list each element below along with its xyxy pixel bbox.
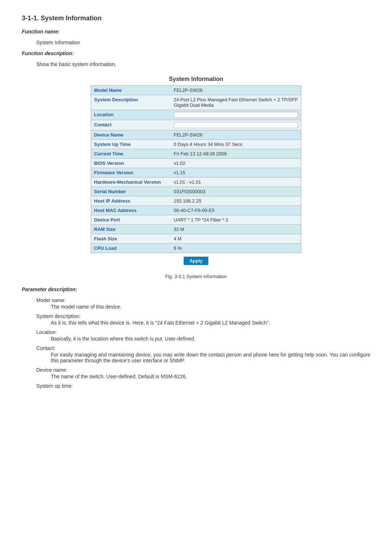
apply-row: Apply bbox=[91, 257, 301, 265]
table-cell-label: Device Name bbox=[91, 130, 171, 140]
table-cell-label: Contact bbox=[91, 120, 171, 130]
table-cell-value bbox=[171, 120, 301, 130]
param-name: Contact: bbox=[36, 345, 370, 351]
table-cell-label: Device Port bbox=[91, 215, 171, 225]
parameter-desc-label: Parameter description: bbox=[22, 286, 370, 292]
function-desc-label: Function description: bbox=[22, 50, 370, 56]
table-cell-label: Host IP Address bbox=[91, 196, 171, 206]
table-row: CPU Load6 % bbox=[91, 244, 301, 253]
table-row: Device PortUART * 1 TP *24 Fiber * 2 bbox=[91, 215, 301, 225]
table-row: Firmware Versionv1.15 bbox=[91, 168, 301, 178]
function-name-value: System Information bbox=[36, 40, 370, 45]
table-cell-value: FEL2P-SW26 bbox=[171, 86, 301, 95]
table-cell-value: 6 % bbox=[171, 244, 301, 253]
table-cell-label: Current Time bbox=[91, 149, 171, 159]
table-row: Host MAC Address00-40-C7-F8-00-E5 bbox=[91, 206, 301, 215]
table-row: Model NameFEL2P-SW26 bbox=[91, 86, 301, 95]
table-cell-label: BIOS Version bbox=[91, 159, 171, 168]
table-row: BIOS Versionv1.02 bbox=[91, 159, 301, 168]
table-cell-value: 031F03000003 bbox=[171, 187, 301, 196]
table-cell-value: 00-40-C7-F8-00-E5 bbox=[171, 206, 301, 215]
function-name-label: Function name: bbox=[22, 29, 370, 34]
info-table: Model NameFEL2P-SW26System Description24… bbox=[91, 85, 301, 253]
contact-input[interactable] bbox=[174, 122, 298, 128]
table-title: System Information bbox=[91, 76, 301, 82]
table-cell-label: RAM Size bbox=[91, 225, 171, 234]
system-info-table-container: System Information Model NameFEL2P-SW26S… bbox=[91, 76, 301, 265]
table-row: Current TimeFri Feb 13 12:49:28 2009 bbox=[91, 149, 301, 159]
table-cell-label: CPU Load bbox=[91, 244, 171, 253]
table-cell-value: v1.02 bbox=[171, 159, 301, 168]
table-cell-value: 192.168.2.25 bbox=[171, 196, 301, 206]
function-desc-value: Show the basic system information. bbox=[36, 61, 370, 67]
table-row: System Description24-Port L2 Plus Manage… bbox=[91, 95, 301, 110]
parameters-container: Model name:The model name of this device… bbox=[22, 297, 370, 389]
table-cell-value: Fri Feb 13 12:49:28 2009 bbox=[171, 149, 301, 159]
table-cell-label: Serial Number bbox=[91, 187, 171, 196]
param-desc: For easily managing and maintaining devi… bbox=[51, 352, 370, 363]
apply-button[interactable]: Apply bbox=[184, 257, 208, 265]
table-row: Host IP Address192.168.2.25 bbox=[91, 196, 301, 206]
table-cell-value: 24-Port L2 Plus Managed Fast Ethernet Sw… bbox=[171, 95, 301, 110]
table-cell-value: 32 M bbox=[171, 225, 301, 234]
table-row: RAM Size32 M bbox=[91, 225, 301, 234]
table-cell-value: v1.01 - v1.01 bbox=[171, 178, 301, 187]
param-name: Location: bbox=[36, 329, 370, 335]
param-name: Model name: bbox=[36, 297, 370, 303]
table-cell-label: System Description bbox=[91, 95, 171, 110]
table-cell-label: Model Name bbox=[91, 86, 171, 95]
table-cell-label: Location bbox=[91, 110, 171, 120]
fig-caption: Fig. 3-3.1 System information bbox=[22, 274, 370, 279]
param-desc: The model name of this device. bbox=[51, 304, 370, 310]
table-row: Flash Size4 M bbox=[91, 234, 301, 244]
table-cell-label: Flash Size bbox=[91, 234, 171, 244]
table-row: Hardware-Mechanical Versionv1.01 - v1.01 bbox=[91, 178, 301, 187]
table-cell-label: Hardware-Mechanical Version bbox=[91, 178, 171, 187]
param-name: System up time: bbox=[36, 383, 370, 389]
param-desc: Basically, it is the location where this… bbox=[51, 336, 370, 342]
location-input[interactable] bbox=[174, 112, 298, 118]
table-cell-value bbox=[171, 110, 301, 120]
param-name: System description: bbox=[36, 313, 370, 319]
param-name: Device name: bbox=[36, 367, 370, 373]
table-cell-value: UART * 1 TP *24 Fiber * 2 bbox=[171, 215, 301, 225]
section-title: 3-1-1. System Information bbox=[22, 15, 370, 22]
table-cell-value: v1.15 bbox=[171, 168, 301, 178]
table-cell-value: 0 Days 4 Hours 34 Mins 37 Secs bbox=[171, 140, 301, 149]
table-row: Serial Number031F03000003 bbox=[91, 187, 301, 196]
table-row: Device NameFEL2P-SW26 bbox=[91, 130, 301, 140]
table-cell-label: System Up Time bbox=[91, 140, 171, 149]
param-desc: As it is, this tells what this device is… bbox=[51, 320, 370, 326]
table-row: Location bbox=[91, 110, 301, 120]
table-cell-value: 4 M bbox=[171, 234, 301, 244]
table-cell-label: Host MAC Address bbox=[91, 206, 171, 215]
table-cell-label: Firmware Version bbox=[91, 168, 171, 178]
param-desc: The name of the switch. User-defined. De… bbox=[51, 374, 370, 379]
table-row: System Up Time0 Days 4 Hours 34 Mins 37 … bbox=[91, 140, 301, 149]
table-cell-value: FEL2P-SW26 bbox=[171, 130, 301, 140]
table-row: Contact bbox=[91, 120, 301, 130]
